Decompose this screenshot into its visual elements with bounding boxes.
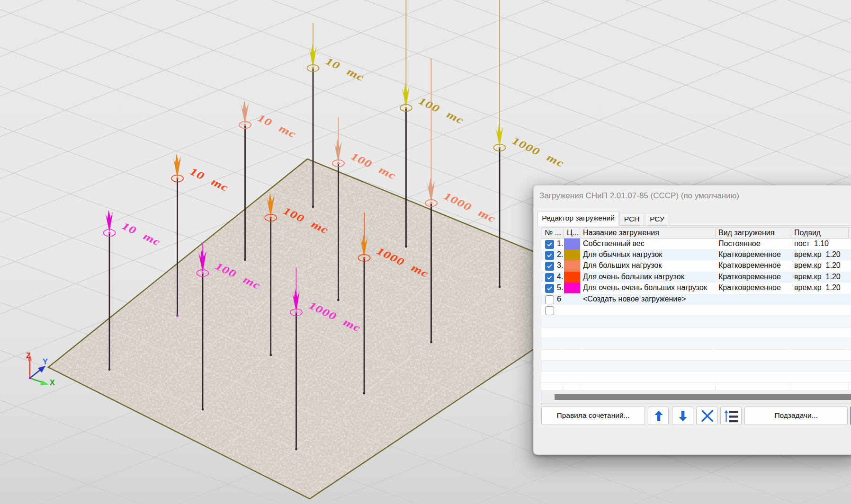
svg-text:Y: Y (43, 358, 48, 366)
svg-text:X: X (50, 379, 55, 387)
svg-text:Z: Z (26, 352, 31, 360)
svg-text:1000 тс: 1000 тс (511, 134, 566, 170)
svg-text:10 тс: 10 тс (256, 112, 298, 141)
svg-text:10 тс: 10 тс (188, 165, 231, 194)
svg-text:10 тс: 10 тс (324, 55, 367, 84)
svg-text:100 тс: 100 тс (417, 95, 466, 127)
svg-text:100 тс: 100 тс (349, 150, 398, 182)
svg-text:10 тс: 10 тс (120, 220, 163, 248)
